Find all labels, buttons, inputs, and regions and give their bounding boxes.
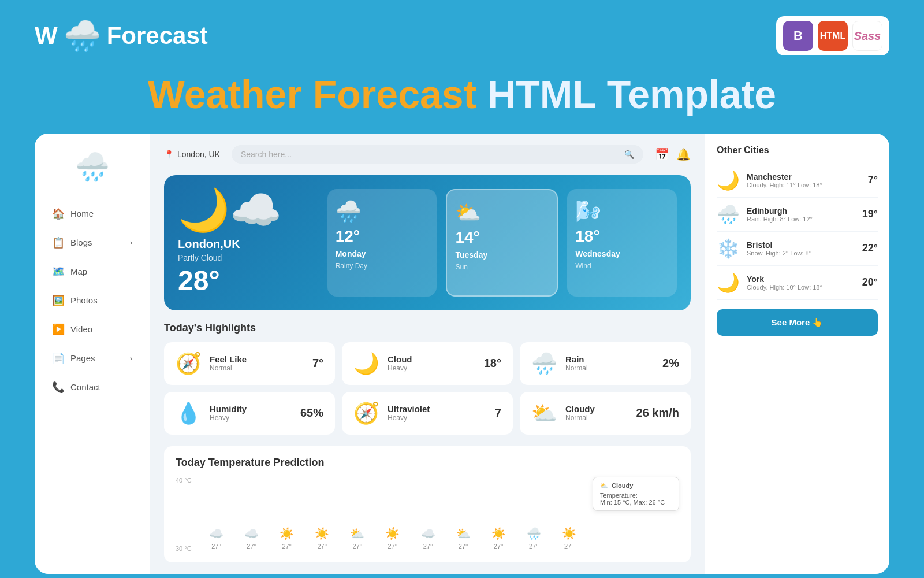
- tuesday-icon: ⛅: [455, 201, 481, 225]
- chart-val-6: 27°: [388, 543, 398, 550]
- sidebar-item-video[interactable]: ▶️ Video: [40, 316, 144, 343]
- bootstrap-badge: B: [783, 21, 813, 51]
- dash-icons: 📅 🔔: [655, 147, 691, 161]
- location-label: London, UK: [177, 150, 220, 159]
- sidebar-item-photos[interactable]: 🖼️ Photos: [40, 287, 144, 314]
- dashboard: 🌧️ 🏠 Home 📋 Blogs › 🗺️ Map 🖼️ Photos ▶️: [35, 134, 889, 574]
- manchester-info: Manchester Cloudy. High: 11° Low: 18°: [747, 172, 861, 188]
- chart-val-3: 27°: [282, 543, 292, 550]
- sidebar-nav: 🏠 Home 📋 Blogs › 🗺️ Map 🖼️ Photos ▶️ Vid…: [35, 201, 150, 403]
- cloud-value: 18°: [484, 357, 501, 370]
- york-temp: 20°: [862, 276, 878, 288]
- temp-prediction-title: Today Temperature Prediction: [176, 457, 679, 469]
- home-icon: 🏠: [52, 208, 65, 220]
- humidity-value: 65%: [300, 406, 323, 420]
- bristol-desc: Snow. High: 2° Low: 8°: [747, 250, 855, 257]
- right-panel: Other Cities 🌙 Manchester Cloudy. High: …: [705, 134, 889, 574]
- ultraviolet-icon: 🧭: [353, 401, 379, 425]
- photos-icon: 🖼️: [52, 294, 65, 307]
- rain-info: Rain Normal: [565, 354, 654, 372]
- see-more-button[interactable]: See More 👆: [717, 309, 878, 336]
- chart-tooltip: ⛅ Cloudy Temperature: Min: 15 °C, Max: 2…: [593, 477, 679, 511]
- chart-val-2: 27°: [247, 543, 256, 550]
- chart-val-1: 27°: [211, 543, 221, 550]
- chart-icon-11: ☀️: [562, 527, 576, 540]
- chart-icon-4: ☀️: [315, 527, 329, 540]
- manchester-temp: 7°: [868, 174, 878, 186]
- humidity-sub: Heavy: [210, 414, 292, 422]
- cloud-sub: Heavy: [388, 364, 476, 372]
- tooltip-icon: ⛅: [600, 482, 608, 490]
- notification-icon[interactable]: 🔔: [676, 147, 691, 161]
- chevron-icon: ›: [130, 239, 132, 247]
- monday-desc: Rainy Day: [336, 262, 367, 270]
- highlight-cloudy: ⛅ Cloudy Normal 26 km/h: [520, 392, 691, 435]
- day-card-monday: 🌧️ 12° Monday Rainy Day: [327, 189, 437, 297]
- tuesday-desc: Sun: [455, 263, 467, 271]
- york-info: York Cloudy. High: 10° Low: 18°: [747, 275, 855, 291]
- day-card-wednesday: 🌬️ 18° Wednesday Wind: [567, 189, 677, 297]
- bristol-info: Bristol Snow. High: 2° Low: 8°: [747, 240, 855, 257]
- wednesday-day: Wednesday: [575, 249, 620, 258]
- tooltip-min: Min: 15 °C, Max: 26 °C: [600, 499, 672, 506]
- chart-icon-1: ☁️: [209, 527, 223, 540]
- bristol-icon: ❄️: [717, 238, 740, 260]
- logo-text: Forecast: [107, 22, 208, 50]
- highlight-feel-like: 🧭 Feel Like Normal 7°: [164, 342, 335, 385]
- sidebar-item-pages[interactable]: 📄 Pages ›: [40, 345, 144, 372]
- rain-value: 2%: [662, 357, 679, 370]
- tuesday-day: Tuesday: [455, 250, 487, 260]
- sass-badge: Sass: [852, 21, 882, 51]
- forecast-card: 🌙☁️ London,UK Partly Cloud 28° 🌧️ 12° Mo…: [164, 175, 691, 310]
- cloudy-value: 26 km/h: [636, 406, 679, 420]
- rain-icon: 🌧️: [531, 351, 557, 376]
- sidebar-item-home[interactable]: 🏠 Home: [40, 201, 144, 227]
- chart-icon-6: ☀️: [385, 527, 400, 540]
- top-bar: W 🌧️ Forecast B HTML Sass: [0, 0, 924, 67]
- sidebar-item-blogs[interactable]: 📋 Blogs ›: [40, 229, 144, 256]
- temp-prediction: Today Temperature Prediction 40 °C 30 °C…: [164, 446, 691, 562]
- search-box[interactable]: Search here... 🔍: [232, 145, 643, 164]
- highlights-grid: 🧭 Feel Like Normal 7° 🌙 Cloud Heavy 18° …: [164, 342, 691, 435]
- bristol-name: Bristol: [747, 240, 855, 250]
- cloudy-icon: ⛅: [531, 401, 557, 425]
- humidity-info: Humidity Heavy: [210, 404, 292, 422]
- wednesday-icon: 🌬️: [575, 199, 601, 224]
- tech-badges: B HTML Sass: [776, 16, 889, 55]
- monday-temp: 12°: [336, 227, 360, 246]
- sidebar-item-contact[interactable]: 📞 Contact: [40, 374, 144, 401]
- cloud-info: Cloud Heavy: [388, 354, 476, 372]
- wednesday-desc: Wind: [575, 262, 591, 270]
- calendar-icon[interactable]: 📅: [655, 147, 669, 161]
- ultraviolet-info: Ultraviolet Heavy: [388, 404, 487, 422]
- sidebar-item-pages-label: Pages: [70, 353, 95, 363]
- chart-icon-9: ☀️: [491, 527, 506, 540]
- cloudy-label: Cloudy: [565, 404, 628, 414]
- city-bristol: ❄️ Bristol Snow. High: 2° Low: 8° 22°: [717, 232, 878, 266]
- chevron-pages-icon: ›: [130, 354, 132, 362]
- sidebar-item-contact-label: Contact: [70, 382, 100, 392]
- edinburgh-desc: Rain. High: 8° Low: 12°: [747, 216, 855, 223]
- city-manchester: 🌙 Manchester Cloudy. High: 11° Low: 18° …: [717, 164, 878, 198]
- wednesday-temp: 18°: [575, 227, 599, 246]
- ultraviolet-label: Ultraviolet: [388, 404, 487, 414]
- logo-w: W: [35, 24, 58, 48]
- sidebar-logo-icon: 🌧️: [75, 151, 110, 183]
- tooltip-temp-label: Temperature:: [600, 492, 672, 499]
- chart-icon-8: ⛅: [456, 527, 471, 540]
- sidebar-item-map[interactable]: 🗺️ Map: [40, 258, 144, 285]
- location-pin-icon: 📍: [164, 150, 174, 159]
- chart-icon-7: ☁️: [421, 527, 435, 540]
- humidity-label: Humidity: [210, 404, 292, 414]
- map-icon: 🗺️: [52, 265, 65, 278]
- hero-title: Weather Forecast HTML Template: [0, 67, 924, 134]
- highlight-ultraviolet: 🧭 Ultraviolet Heavy 7: [342, 392, 513, 435]
- chart-val-4: 27°: [317, 543, 327, 550]
- hero-title-white2: HTML Template: [487, 72, 776, 116]
- search-icon: 🔍: [624, 150, 634, 159]
- chart-icon-10: 🌧️: [527, 527, 541, 540]
- edinburgh-info: Edinburgh Rain. High: 8° Low: 12°: [747, 206, 855, 223]
- chart-icon-3: ☀️: [280, 527, 294, 540]
- highlight-cloud: 🌙 Cloud Heavy 18°: [342, 342, 513, 385]
- contact-icon: 📞: [52, 381, 65, 394]
